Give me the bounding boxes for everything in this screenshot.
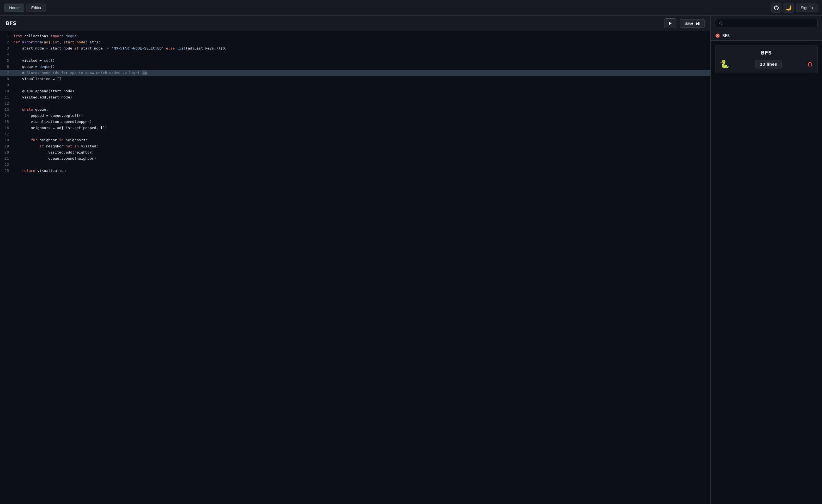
save-label: Save [685,21,693,26]
github-icon [774,5,779,11]
code-line-12: 12 [0,101,710,107]
moon-icon: 🌙 [786,5,792,11]
code-line-15: 15 visualization.append(popped) [0,119,710,125]
close-circle-icon [715,33,720,38]
search-area [711,16,822,31]
run-button[interactable] [664,18,676,28]
file-cards: BFS 🐍 23 lines [711,41,822,504]
save-icon [696,21,700,26]
code-line-23: 23 return visualization [0,168,710,174]
toolbar-actions: Save [664,18,705,28]
code-line-3: 3 start_node = start_node if start_node … [0,46,710,52]
close-file-button[interactable] [715,33,720,38]
file-tab-name: BFS [722,33,730,38]
code-line-5: 5 visited = set() [0,58,710,64]
editor-title: BFS [6,20,16,26]
trash-icon [807,61,813,67]
file-card: BFS 🐍 23 lines [715,45,818,73]
code-line-20: 20 visited.add(neighbor) [0,150,710,156]
python-icon: 🐍 [720,60,730,68]
editor-panel: BFS Save 1 from collect [0,16,711,504]
right-panel: BFS BFS 🐍 23 lines [711,16,822,504]
main-layout: BFS Save 1 from collect [0,16,822,504]
code-line-17: 17 [0,131,710,137]
code-line-4: 4 [0,52,710,58]
file-tab-bar: BFS [711,31,822,41]
delete-button[interactable] [807,61,813,67]
github-button[interactable] [771,3,781,13]
top-nav: Home Editor 🌙 Sign In [0,0,822,16]
search-input-wrap[interactable] [715,19,818,27]
editor-toolbar: BFS Save [0,16,710,31]
code-line-19: 19 if neighbor not in visited: [0,144,710,150]
code-line-8: 8 visualization = [] [0,76,710,82]
code-line-16: 16 neighbors = adjList.get(popped, []) [0,125,710,131]
save-button[interactable]: Save [680,19,705,28]
code-line-14: 14 popped = queue.popleft() [0,113,710,119]
theme-toggle-button[interactable]: 🌙 [784,3,794,13]
file-card-title: BFS [720,50,813,56]
file-card-meta: 🐍 23 lines [720,60,813,68]
lines-badge: 23 lines [755,60,782,68]
code-line-11: 11 visited.add(start_node) [0,95,710,101]
code-line-7: 7 # Stores node ids for app to know whic… [0,70,710,76]
editor-button[interactable]: Editor [26,4,46,12]
code-line-9: 9 [0,82,710,88]
nav-right: 🌙 Sign In [771,3,818,13]
code-line-1: 1 from collections import deque [0,33,710,39]
code-line-18: 18 for neighbor in neighbors: [0,137,710,144]
home-button[interactable]: Home [4,4,24,12]
code-line-2: 2 def algorithm(adjList, start_node: str… [0,39,710,46]
sign-in-button[interactable]: Sign In [796,4,818,12]
code-line-21: 21 queue.append(neighbor) [0,156,710,162]
search-icon [718,21,723,25]
code-line-22: 22 [0,162,710,168]
search-input[interactable] [725,21,814,25]
code-line-6: 6 queue = deque() [0,64,710,70]
code-line-13: 13 while queue: [0,107,710,113]
nav-left: Home Editor [4,4,46,12]
code-line-10: 10 queue.append(start_node) [0,88,710,95]
play-icon [668,21,672,26]
code-editor[interactable]: 1 from collections import deque 2 def al… [0,31,710,504]
